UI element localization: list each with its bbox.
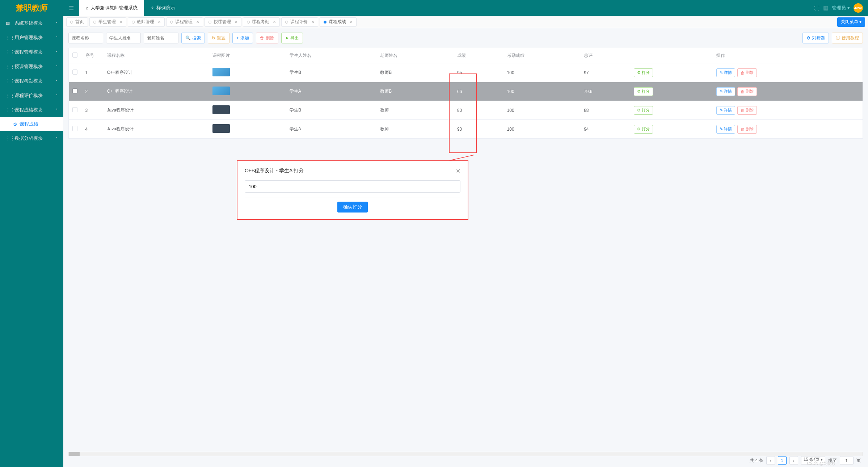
close-icon[interactable]: ✕	[273, 20, 276, 24]
sidebar-item-label: 授课管理模块	[14, 63, 43, 70]
close-icon[interactable]: ✕	[311, 20, 314, 24]
select-all-checkbox[interactable]	[72, 52, 77, 58]
add-button[interactable]: +添加	[232, 33, 253, 43]
page-tab[interactable]: 授课管理✕	[205, 17, 241, 27]
info-icon: ⓘ	[836, 35, 840, 41]
row-checkbox[interactable]	[72, 70, 77, 75]
pagination: 共 4 条 ‹ 1 › 15 条/页 ▾ 跳至 页	[750, 456, 861, 465]
user-name[interactable]: 管理员 ▾	[832, 5, 850, 11]
close-icon[interactable]: ✕	[235, 20, 237, 24]
grade-button[interactable]: ⚙打分	[634, 87, 653, 96]
close-icon[interactable]: ✕	[350, 20, 353, 24]
grade-button[interactable]: ⚙打分	[634, 125, 653, 134]
grade-button[interactable]: ⚙打分	[634, 106, 653, 115]
cell-attendance: 100	[503, 101, 581, 120]
chevron-down-icon: ˅	[56, 21, 58, 25]
page-number[interactable]: 1	[778, 456, 787, 465]
table-row[interactable]: 2 C++程序设计 学生A 教师B 66 100 79.6 ⚙打分 ✎详情 🗑删…	[69, 82, 863, 101]
cell-student: 学生B	[286, 63, 376, 82]
top-tab[interactable]: ⌂大学兼职教师管理系统	[79, 0, 144, 16]
sidebar: 兼职教师 ▤系统基础模块˅⋮⋮用户管理模块˅⋮⋮课程管理模块˅⋮⋮授课管理模块˅…	[0, 0, 63, 467]
avatar[interactable]: JAVA	[854, 3, 863, 13]
page-tab[interactable]: 课程考勤✕	[243, 17, 280, 27]
edit-icon: ✎	[720, 108, 723, 113]
detail-button[interactable]: ✎详情	[716, 125, 735, 134]
jump-page-input[interactable]	[840, 456, 854, 465]
row-checkbox[interactable]	[72, 88, 77, 93]
hamburger-icon[interactable]: ☰	[63, 0, 79, 16]
sidebar-subitem[interactable]: ⚙课程成绩	[0, 117, 63, 131]
search-button[interactable]: 🔍搜索	[181, 33, 205, 43]
column-header: 考勤成绩	[503, 48, 581, 63]
row-delete-button[interactable]: 🗑删除	[737, 125, 757, 134]
popup-title: C++程序设计 - 学生A 打分	[245, 168, 304, 174]
page-tab[interactable]: 课程管理✕	[166, 17, 203, 27]
close-menu-button[interactable]: 关闭菜单 ▾	[837, 17, 865, 27]
row-checkbox[interactable]	[72, 126, 77, 131]
page-tab-label: 课程评价	[290, 19, 308, 25]
cell-total: 94	[580, 120, 630, 139]
page-tab[interactable]: 教师管理✕	[128, 17, 165, 27]
sidebar-item[interactable]: ▤系统基础模块˅	[0, 16, 63, 30]
page-tab[interactable]: 课程成绩✕	[320, 17, 357, 27]
sidebar-item[interactable]: ⋮⋮授课管理模块˅	[0, 59, 63, 74]
page-tab[interactable]: 课程评价✕	[281, 17, 318, 27]
tab-dot-icon	[70, 21, 73, 24]
export-button[interactable]: ➤导出	[281, 33, 303, 43]
row-delete-button[interactable]: 🗑删除	[737, 87, 757, 96]
cell-seq: 4	[82, 120, 104, 139]
close-icon[interactable]: ✕	[119, 20, 122, 24]
page-tab[interactable]: 学生管理✕	[89, 17, 126, 27]
course-filter-input[interactable]	[68, 33, 103, 43]
sidebar-item[interactable]: ⋮⋮课程管理模块˅	[0, 45, 63, 59]
grade-button[interactable]: ⚙打分	[634, 68, 653, 77]
chevron-down-icon: ˅	[56, 94, 58, 98]
detail-button[interactable]: ✎详情	[716, 87, 735, 96]
table-row[interactable]: 4 Java程序设计 学生A 教师 90 100 94 ⚙打分 ✎详情 🗑删除	[69, 120, 863, 139]
page-tabs-row: 首页学生管理✕教师管理✕课程管理✕授课管理✕课程考勤✕课程评价✕课程成绩✕ 关闭…	[63, 16, 868, 28]
prev-page-button[interactable]: ‹	[766, 456, 775, 465]
next-page-button[interactable]: ›	[789, 456, 798, 465]
row-delete-button[interactable]: 🗑删除	[737, 68, 757, 77]
column-filter-button[interactable]: ⚙列筛选	[802, 33, 829, 43]
table-row[interactable]: 1 C++程序设计 学生B 教师B 95 100 97 ⚙打分 ✎详情 🗑删除	[69, 63, 863, 82]
top-tab[interactable]: ✧样例演示	[144, 0, 182, 16]
cell-teacher: 教师	[376, 120, 454, 139]
grade-input[interactable]	[245, 180, 460, 193]
teacher-filter-input[interactable]	[144, 33, 178, 43]
sidebar-item[interactable]: ⋮⋮课程考勤模块˅	[0, 74, 63, 88]
delete-button[interactable]: 🗑删除	[256, 33, 278, 43]
notification-icon[interactable]: ▦	[823, 5, 828, 11]
row-checkbox[interactable]	[72, 107, 77, 112]
menu-icon: ▤	[6, 21, 12, 26]
menu-icon: ⋮⋮	[6, 64, 12, 69]
sidebar-item[interactable]: ⋮⋮用户管理模块˅	[0, 30, 63, 45]
column-header	[630, 48, 713, 63]
close-icon[interactable]: ✕	[196, 20, 199, 24]
cell-student: 学生A	[286, 82, 376, 101]
student-filter-input[interactable]	[106, 33, 141, 43]
sidebar-item[interactable]: ⋮⋮课程评价模块˅	[0, 88, 63, 103]
sidebar-item[interactable]: ⋮⋮数据分析模块˅	[0, 131, 63, 146]
table-row[interactable]: 3 Java程序设计 学生B 教师 80 100 88 ⚙打分 ✎详情 🗑删除	[69, 101, 863, 120]
page-tab[interactable]: 首页	[66, 17, 88, 27]
tab-dot-icon	[208, 21, 211, 24]
detail-button[interactable]: ✎详情	[716, 106, 735, 115]
row-delete-button[interactable]: 🗑删除	[737, 106, 757, 115]
cell-seq: 2	[82, 82, 104, 101]
confirm-grade-button[interactable]: 确认打分	[337, 202, 368, 213]
close-icon[interactable]: ✕	[456, 168, 460, 174]
sidebar-item[interactable]: ⋮⋮课程成绩模块˄	[0, 103, 63, 117]
gear-icon: ⚙	[637, 127, 641, 131]
topbar: ☰ ⌂大学兼职教师管理系统✧样例演示 ⛶ ▦ 管理员 ▾ JAVA	[63, 0, 868, 16]
refresh-icon: ↻	[212, 35, 215, 41]
toolbar: 🔍搜索 ↻重置 +添加 🗑删除 ➤导出 ⚙列筛选 ⓘ使用教程	[68, 33, 863, 43]
cell-course: C++程序设计	[104, 63, 209, 82]
horizontal-scrollbar[interactable]	[68, 452, 863, 456]
reset-button[interactable]: ↻重置	[208, 33, 229, 43]
detail-button[interactable]: ✎详情	[716, 68, 735, 77]
close-icon[interactable]: ✕	[158, 20, 161, 24]
fullscreen-icon[interactable]: ⛶	[814, 5, 819, 11]
cell-course: Java程序设计	[104, 120, 209, 139]
tutorial-button[interactable]: ⓘ使用教程	[832, 33, 863, 43]
